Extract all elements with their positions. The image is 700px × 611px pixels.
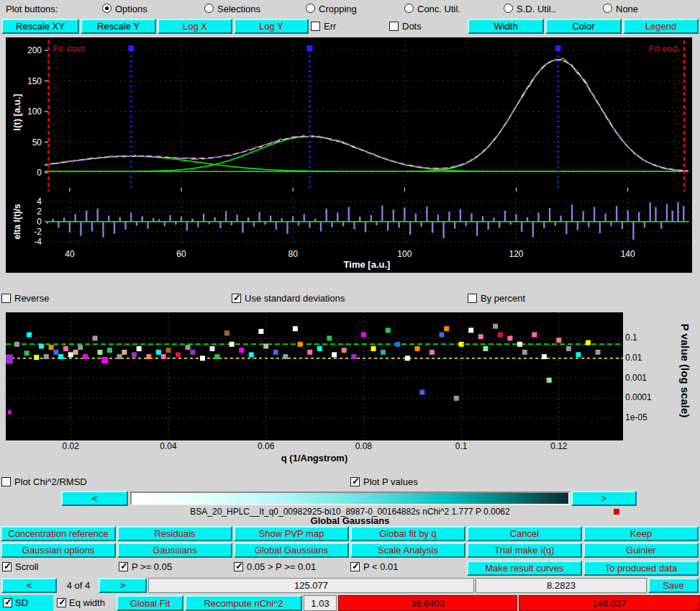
log-x-button[interactable]: Log X xyxy=(158,19,232,34)
pager-prev-button[interactable]: < xyxy=(61,491,128,506)
fit-value2-field[interactable]: 148.037 xyxy=(519,595,700,611)
gaussian-position-label: 4 of 4 xyxy=(60,580,96,591)
radio-options-label: Options xyxy=(115,4,147,14)
residual-y-tick-label: 2 xyxy=(26,207,42,217)
pvalue-y-tick-label: 0.01 xyxy=(625,353,642,363)
pvalue-y-tick-label: 0.0001 xyxy=(625,392,652,402)
time-y-tick-label: 50 xyxy=(19,137,42,148)
nchi2-value-field[interactable]: 1.03 xyxy=(304,595,337,611)
fit-value1-field[interactable]: 36.6403 xyxy=(338,595,517,611)
grid-button-gaussians[interactable]: Gaussians xyxy=(117,543,232,558)
p-low-label: P < 0.01 xyxy=(363,561,399,572)
plot-p-values-label: Plot P values xyxy=(363,476,418,487)
radio-conc-util-label: Conc. Util. xyxy=(417,4,460,14)
grid-button-global-fit-by-q[interactable]: Global fit by q xyxy=(350,526,465,541)
p-high-checkbox[interactable] xyxy=(119,562,128,571)
dots-checkbox-label: Dots xyxy=(402,21,422,32)
residual-y-tick-label: 4 xyxy=(26,196,42,207)
time-y-tick-label: 100 xyxy=(19,107,42,117)
plot-buttons-label: Plot buttons: xyxy=(6,4,58,14)
grid-button-keep[interactable]: Keep xyxy=(583,526,699,541)
by-percent-checkbox[interactable] xyxy=(468,294,477,303)
residual-y-tick-label: -2 xyxy=(26,227,42,237)
global-gaussians-grid: Concentration referenceResidualsShow PVP… xyxy=(0,526,700,559)
grid-button-guinier[interactable]: Guinier xyxy=(583,543,699,558)
pvalue-y-tick-label: 1e-05 xyxy=(625,412,647,422)
eq-width-checkbox[interactable] xyxy=(57,598,66,607)
p-low-checkbox[interactable] xyxy=(350,562,360,571)
residual-ylabel: elta I(t)/s xyxy=(12,194,22,249)
gaussian-next-button[interactable]: > xyxy=(99,578,147,593)
time-y-tick-label: 200 xyxy=(19,45,42,55)
plot-p-values-checkbox[interactable] xyxy=(350,477,360,486)
grid-button-scale-analysis[interactable]: Scale Analysis xyxy=(350,543,465,558)
to-produced-data-button[interactable]: To produced data xyxy=(583,561,699,576)
section-title: Global Gaussians xyxy=(0,515,700,526)
time-plot-canvas[interactable]: Fit startFit end. xyxy=(45,40,689,191)
grid-button-show-pvp-map[interactable]: Show PVP map xyxy=(234,526,349,541)
use-standard-deviations-checkbox[interactable] xyxy=(232,294,241,303)
recompute-nchi2-button[interactable]: Recompute nChi^2 xyxy=(185,595,302,611)
save-button[interactable]: Save xyxy=(648,578,699,593)
colormap-progress-bar xyxy=(130,492,570,505)
eq-width-label: Eq width xyxy=(69,597,105,608)
svg-text:Fit start: Fit start xyxy=(53,44,84,54)
grid-button-residuals[interactable]: Residuals xyxy=(117,526,232,541)
pvalue-y-tick-label: 0.1 xyxy=(625,332,637,343)
pager-next-button[interactable]: > xyxy=(571,491,637,506)
radio-selections[interactable] xyxy=(204,4,214,13)
pvalue-x-tick-label: 0.04 xyxy=(154,441,183,451)
legend-button[interactable]: Legend xyxy=(623,19,699,34)
dots-checkbox[interactable] xyxy=(389,22,399,31)
radio-selections-label: Selections xyxy=(217,4,260,14)
svg-text:Fit end.: Fit end. xyxy=(649,44,680,54)
grid-button-trial-make-i-q-[interactable]: Trial make I(q) xyxy=(467,543,582,558)
radio-none-label: None xyxy=(616,4,638,14)
grid-button-global-gaussians[interactable]: Global Gaussians xyxy=(234,543,349,558)
pvalue-x-tick-label: 0.08 xyxy=(349,441,378,451)
gaussian-width-field[interactable]: 8.2823 xyxy=(476,578,647,593)
radio-sd-util[interactable] xyxy=(504,4,513,13)
grid-button-cancel[interactable]: Cancel xyxy=(467,526,582,541)
time-y-tick-label: 0 xyxy=(19,168,42,178)
time-x-tick-label: 40 xyxy=(58,249,81,259)
radio-none[interactable] xyxy=(603,4,612,13)
global-fit-button[interactable]: Global Fit xyxy=(117,595,183,611)
time-x-tick-label: 120 xyxy=(505,249,528,259)
pvalue-x-tick-label: 0.12 xyxy=(545,441,573,451)
sd-checkbox[interactable] xyxy=(3,598,12,607)
plot-chi2-checkbox[interactable] xyxy=(1,477,11,486)
pvalue-ylabel: P value (log scale) xyxy=(660,320,692,421)
pvalue-xlabel: q (1/Angstrom) xyxy=(242,453,386,463)
pvalue-x-tick-label: 0.02 xyxy=(56,441,85,451)
radio-conc-util[interactable] xyxy=(404,4,414,13)
status-indicator xyxy=(614,509,619,515)
rescale-y-button[interactable]: Rescale Y xyxy=(81,19,156,34)
grid-button-concentration-reference[interactable]: Concentration reference xyxy=(1,526,116,541)
log-y-button[interactable]: Log Y xyxy=(234,19,309,34)
global-gaussians-window: Plot buttons: Options Selections Croppin… xyxy=(0,0,700,611)
radio-cropping[interactable] xyxy=(306,4,315,13)
gaussian-prev-button[interactable]: < xyxy=(1,578,57,593)
scroll-checkbox[interactable] xyxy=(2,562,12,571)
use-standard-deviations-label: Use standard deviations xyxy=(245,293,345,304)
plot-chi2-label: Plot Chi^2/RMSD xyxy=(14,476,87,487)
residual-plot-canvas[interactable] xyxy=(45,199,689,245)
pvalue-plot-panel xyxy=(6,312,623,440)
width-button[interactable]: Width xyxy=(468,19,544,34)
gaussian-center-field[interactable]: 125.077 xyxy=(148,578,474,593)
p-mid-checkbox[interactable] xyxy=(234,562,243,571)
make-result-curves-button[interactable]: Make result curves xyxy=(467,561,582,576)
scroll-label: Scroll xyxy=(15,561,39,572)
pvalue-plot-canvas[interactable] xyxy=(6,312,623,440)
err-checkbox[interactable] xyxy=(311,22,320,31)
grid-button-gaussian-options[interactable]: Gaussian options xyxy=(1,543,116,558)
time-plot-xlabel: Time [a.u.] xyxy=(302,259,432,270)
color-button[interactable]: Color xyxy=(545,19,622,34)
pvalue-x-tick-label: 0.06 xyxy=(252,441,281,451)
radio-cropping-label: Cropping xyxy=(319,4,357,14)
rescale-xy-button[interactable]: Rescale XY xyxy=(1,19,79,34)
radio-options[interactable] xyxy=(102,4,112,13)
reverse-checkbox[interactable] xyxy=(1,294,11,303)
sd-label: SD xyxy=(15,597,28,608)
